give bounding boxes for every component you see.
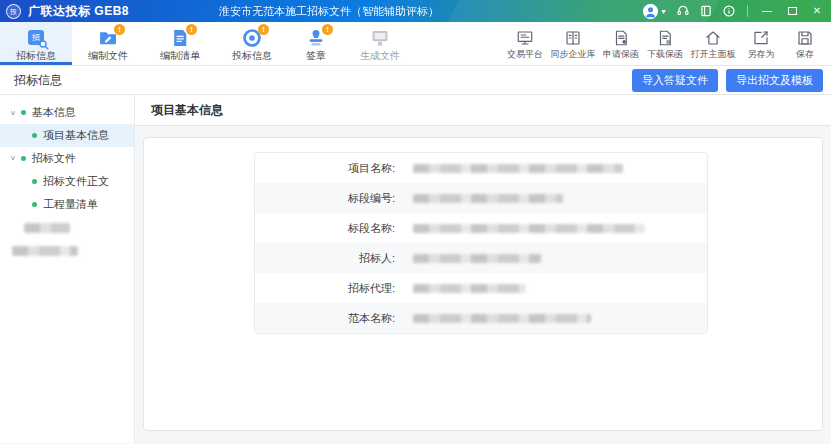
section-actions: 导入答疑文件 导出招文及模板 bbox=[632, 69, 823, 92]
magnifier-icon bbox=[38, 39, 50, 51]
sidebar-tree: ∨ 基本信息 项目基本信息 ∨ 招标文件 招标文件正文 工程量清单 bbox=[0, 95, 135, 443]
tree-label: 项目基本信息 bbox=[43, 128, 109, 143]
green-dot-icon bbox=[32, 202, 37, 207]
field-value-redacted bbox=[413, 314, 591, 323]
maximize-icon bbox=[788, 7, 797, 15]
tool-label: 打开主面板 bbox=[691, 50, 736, 59]
titlebar: 投 广联达投标 GEB8 淮安市无范本施工招标文件（智能辅助评标） ▼ — ✕ bbox=[0, 0, 831, 22]
tree-item-boq[interactable]: 工程量清单 bbox=[0, 193, 134, 216]
field-value-redacted bbox=[413, 284, 526, 293]
content-body: 项目名称: 标段编号: 标段名称: 招标人: bbox=[135, 126, 831, 443]
btn-trade-platform[interactable]: 交易平台 bbox=[503, 22, 547, 65]
tree-label: 工程量清单 bbox=[43, 197, 98, 212]
tab-tender-info[interactable]: ! 投标信息 bbox=[216, 22, 288, 65]
tool-label: 交易平台 bbox=[507, 50, 543, 59]
trade-platform-icon bbox=[513, 28, 537, 48]
btn-download-guarantee[interactable]: 下载保函 bbox=[643, 22, 687, 65]
tab-bid-info[interactable]: 招 招标信息 bbox=[0, 22, 72, 65]
app-logo-icon: 投 bbox=[6, 4, 21, 19]
tree-label: 招标文件正文 bbox=[43, 174, 109, 189]
btn-sync-enterprise[interactable]: 同步企业库 bbox=[547, 22, 599, 65]
field-value-redacted bbox=[413, 254, 541, 263]
app-title: 广联达投标 GEB8 bbox=[28, 3, 129, 20]
tree-label: 基本信息 bbox=[32, 105, 76, 120]
tab-stamp[interactable]: ! 签章 bbox=[288, 22, 344, 65]
sync-enterprise-icon bbox=[561, 28, 585, 48]
field-label: 招标人: bbox=[255, 251, 405, 266]
titlebar-controls: ▼ — ✕ bbox=[643, 0, 825, 22]
home-panel-icon bbox=[701, 28, 725, 48]
tab-label: 签章 bbox=[306, 51, 326, 61]
section-header: 招标信息 导入答疑文件 导出招文及模板 bbox=[0, 66, 831, 95]
maximize-button[interactable] bbox=[784, 0, 800, 22]
form-row-project-name: 项目名称: bbox=[255, 153, 707, 183]
btn-save[interactable]: 保存 bbox=[783, 22, 827, 65]
tool-label: 另存为 bbox=[748, 50, 775, 59]
chevron-down-icon: ▼ bbox=[660, 8, 667, 15]
edit-file-icon: ! bbox=[96, 27, 120, 49]
field-label: 标段名称: bbox=[255, 221, 405, 236]
info-icon[interactable] bbox=[722, 4, 736, 18]
main-content: 项目基本信息 项目名称: 标段编号: 标段名称: bbox=[135, 95, 831, 443]
save-icon bbox=[793, 28, 817, 48]
alert-badge: ! bbox=[258, 24, 269, 35]
tree-item-redacted[interactable] bbox=[0, 239, 134, 262]
tab-label: 生成文件 bbox=[360, 51, 400, 61]
tree-item-redacted[interactable] bbox=[0, 216, 134, 239]
chevron-down-icon: ∨ bbox=[10, 155, 16, 162]
redacted-text bbox=[12, 246, 78, 256]
content-header: 项目基本信息 bbox=[135, 95, 831, 126]
customer-service-icon[interactable] bbox=[676, 4, 690, 18]
project-info-form: 项目名称: 标段编号: 标段名称: 招标人: bbox=[254, 152, 708, 334]
tree-item-bid-document-body[interactable]: 招标文件正文 bbox=[0, 170, 134, 193]
document-title: 淮安市无范本施工招标文件（智能辅助评标） bbox=[219, 4, 439, 19]
tab-edit-list[interactable]: ! 编制清单 bbox=[144, 22, 216, 65]
green-dot-icon bbox=[21, 156, 26, 161]
tree-item-project-basic-info[interactable]: 项目基本信息 bbox=[0, 124, 134, 147]
bid-info-icon: 招 bbox=[24, 27, 48, 49]
ribbon-toolbar: 招 招标信息 ! 编制文件 ! 编制清单 ! 投标信息 ! 签章 bbox=[0, 22, 831, 66]
field-label: 招标代理: bbox=[255, 281, 405, 296]
alert-badge: ! bbox=[186, 24, 197, 35]
green-dot-icon bbox=[32, 133, 37, 138]
ribbon-right-group: 交易平台 同步企业库 申请保函 下载保函 打开主面板 bbox=[503, 22, 831, 65]
alert-badge: ! bbox=[322, 24, 333, 35]
form-row-section-number: 标段编号: bbox=[255, 183, 707, 213]
field-label: 范本名称: bbox=[255, 311, 405, 326]
close-button[interactable]: ✕ bbox=[809, 0, 825, 22]
chevron-down-icon: ∨ bbox=[10, 109, 16, 116]
form-row-bid-agency: 招标代理: bbox=[255, 273, 707, 303]
field-label: 标段编号: bbox=[255, 191, 405, 206]
btn-apply-guarantee[interactable]: 申请保函 bbox=[599, 22, 643, 65]
green-dot-icon bbox=[32, 179, 37, 184]
import-qa-file-button[interactable]: 导入答疑文件 bbox=[632, 69, 718, 92]
tender-info-icon: ! bbox=[240, 27, 264, 49]
form-row-tenderer: 招标人: bbox=[255, 243, 707, 273]
edit-list-icon: ! bbox=[168, 27, 192, 49]
minimize-button[interactable]: — bbox=[759, 0, 775, 22]
notebook-icon[interactable] bbox=[699, 4, 713, 18]
user-avatar-menu[interactable]: ▼ bbox=[643, 4, 667, 19]
tab-label: 投标信息 bbox=[232, 51, 272, 61]
tree-label: 招标文件 bbox=[32, 151, 76, 166]
save-as-icon bbox=[749, 28, 773, 48]
titlebar-separator bbox=[747, 5, 748, 17]
tool-label: 保存 bbox=[796, 50, 814, 59]
tree-group-bid-documents[interactable]: ∨ 招标文件 bbox=[0, 147, 134, 170]
generate-file-icon bbox=[368, 27, 392, 49]
field-value-redacted bbox=[413, 164, 623, 173]
content-panel: 项目名称: 标段编号: 标段名称: 招标人: bbox=[143, 137, 823, 431]
green-dot-icon bbox=[21, 110, 26, 115]
btn-home-panel[interactable]: 打开主面板 bbox=[687, 22, 739, 65]
tab-label: 编制清单 bbox=[160, 51, 200, 61]
tab-generate-file[interactable]: 生成文件 bbox=[344, 22, 416, 65]
tree-group-basic-info[interactable]: ∨ 基本信息 bbox=[0, 101, 134, 124]
field-label: 项目名称: bbox=[255, 161, 405, 176]
tab-edit-file[interactable]: ! 编制文件 bbox=[72, 22, 144, 65]
redacted-text bbox=[24, 223, 70, 233]
download-guarantee-icon bbox=[653, 28, 677, 48]
export-bid-template-button[interactable]: 导出招文及模板 bbox=[726, 69, 823, 92]
btn-save-as[interactable]: 另存为 bbox=[739, 22, 783, 65]
apply-guarantee-icon bbox=[609, 28, 633, 48]
field-value-redacted bbox=[413, 224, 645, 233]
